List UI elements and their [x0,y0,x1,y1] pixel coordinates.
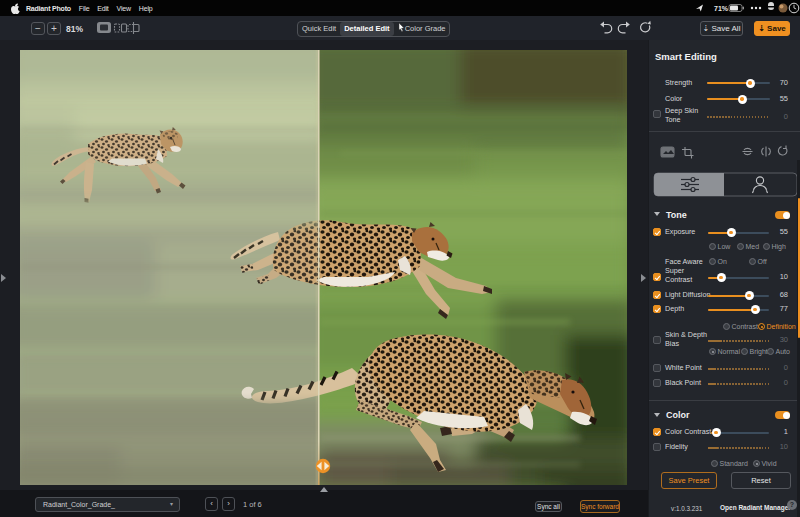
svg-text:71%: 71% [714,5,729,12]
